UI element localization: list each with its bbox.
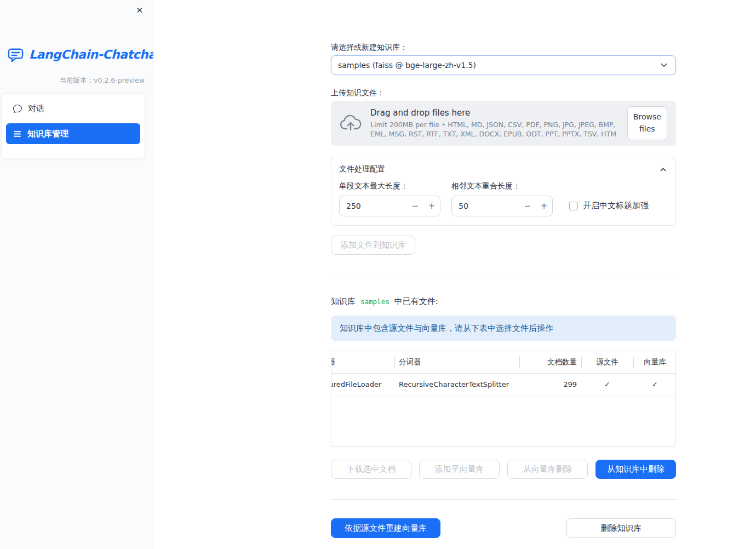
browse-files-button[interactable]: Browse files: [627, 106, 667, 140]
content-column: 请选择或新建知识库： samples (faiss @ bge-large-zh…: [331, 0, 676, 538]
cell-loader: UnstructuredFileLoader: [331, 373, 394, 396]
table-row[interactable]: UnstructuredFileLoader RecursiveCharacte…: [331, 373, 676, 396]
delete-from-kb-button[interactable]: 从知识库中删除: [595, 460, 676, 479]
expander-header[interactable]: 文件处理配置: [339, 163, 668, 176]
info-banner: 知识库中包含源文件与向量库，请从下表中选择文件后操作: [331, 316, 676, 341]
divider: [331, 278, 676, 278]
checkbox-label: 开启中文标题加强: [583, 201, 649, 211]
info-banner-text: 知识库中包含源文件与向量库，请从下表中选择文件后操作: [340, 323, 553, 334]
kb-select[interactable]: samples (faiss @ bge-large-zh-v1.5): [331, 55, 676, 75]
chunk-size-input[interactable]: 250 − +: [339, 196, 440, 216]
rebuild-vector-store-button[interactable]: 依据源文件重建向量库: [331, 518, 440, 538]
checkbox-box[interactable]: [569, 202, 578, 210]
upload-label: 上传知识文件：: [331, 88, 676, 98]
delete-from-vector-store-button[interactable]: 从向量库删除: [507, 460, 588, 479]
existing-suffix: 中已有文件:: [394, 296, 438, 307]
logo-title: LangChain-Chatchat: [29, 48, 162, 61]
sidebar-item-knowledge-base[interactable]: 知识库管理: [6, 123, 140, 144]
col-header-loader[interactable]: 文档加载器: [331, 351, 394, 373]
zh-title-enhance-checkbox[interactable]: 开启中文标题加强: [569, 201, 649, 211]
dropzone-text: Drag and drop files here Limit 200MB per…: [370, 108, 627, 139]
overlap-size-field: 相邻文本重合长度： 50 − +: [451, 181, 553, 216]
sidebar-menu: 对话 知识库管理: [1, 93, 145, 159]
dropzone-title: Drag and drop files here: [370, 108, 627, 118]
col-header-source[interactable]: 源文件: [581, 351, 633, 373]
cell-vector-check: ✓: [633, 373, 676, 396]
main-area: 请选择或新建知识库： samples (faiss @ bge-large-zh…: [153, 0, 756, 549]
overlap-size-increment-button[interactable]: +: [536, 196, 552, 216]
sidebar: ✕ LangChain-Chatchat 当前版本：v0.2.6-preview: [0, 0, 153, 549]
chevron-up-icon: [658, 165, 668, 174]
list-icon: [13, 130, 21, 138]
sidebar-item-label: 对话: [28, 104, 44, 114]
kb-name-code: samples: [359, 297, 391, 306]
existing-prefix: 知识库: [331, 296, 356, 307]
col-header-vector[interactable]: 向量库: [633, 351, 676, 373]
chat-icon: [13, 104, 22, 113]
logo-chat-icon: [7, 46, 24, 63]
cloud-upload-icon: [340, 115, 362, 132]
bottom-actions: 依据源文件重建向量库 删除知识库: [331, 518, 676, 538]
sidebar-item-chat[interactable]: 对话: [6, 98, 140, 119]
version-text: 当前版本：v0.2.6-preview: [0, 76, 145, 85]
chevron-down-icon: [659, 60, 669, 70]
download-selected-button[interactable]: 下载选中文档: [331, 460, 411, 479]
add-to-vector-store-button[interactable]: 添加至向量库: [419, 460, 500, 479]
chunk-size-decrement-button[interactable]: −: [407, 196, 423, 216]
chunk-size-label: 单段文本最大长度：: [339, 181, 440, 191]
delete-kb-button[interactable]: 删除知识库: [566, 518, 676, 538]
cell-doc-count: 299: [519, 373, 581, 396]
config-row: 单段文本最大长度： 250 − + 相邻文本重合长度： 50 − +: [339, 181, 668, 216]
add-files-to-kb-button[interactable]: 添加文件到知识库: [331, 236, 415, 255]
sidebar-item-label: 知识库管理: [27, 129, 68, 139]
dropzone-limits: Limit 200MB per file • HTML, MD, JSON, C…: [370, 121, 627, 139]
app-logo: LangChain-Chatchat: [7, 46, 146, 63]
file-config-expander: 文件处理配置 单段文本最大长度： 250 − +: [331, 157, 676, 226]
sidebar-close-icon[interactable]: ✕: [133, 3, 146, 18]
cell-source-check: ✓: [581, 373, 633, 396]
overlap-size-decrement-button[interactable]: −: [519, 196, 536, 216]
kb-select-value: samples (faiss @ bge-large-zh-v1.5): [338, 61, 659, 70]
files-table[interactable]: 文档加载器 分词器 文档数量 源文件 向量库 UnstructuredFileL…: [331, 351, 676, 447]
col-header-splitter[interactable]: 分词器: [394, 351, 519, 373]
table-header-row: 文档加载器 分词器 文档数量 源文件 向量库: [331, 351, 676, 373]
expander-title: 文件处理配置: [339, 164, 658, 174]
cell-splitter: RecursiveCharacterTextSplitter: [394, 373, 519, 396]
chunk-size-increment-button[interactable]: +: [423, 196, 440, 216]
col-header-doc-count[interactable]: 文档数量: [519, 351, 581, 373]
row-actions: 下载选中文档 添加至向量库 从向量库删除 从知识库中删除: [331, 460, 676, 479]
chunk-size-field: 单段文本最大长度： 250 − +: [339, 181, 440, 216]
chunk-size-value: 250: [340, 202, 407, 210]
app-window: ✕ LangChain-Chatchat 当前版本：v0.2.6-preview: [0, 0, 756, 549]
file-dropzone[interactable]: Drag and drop files here Limit 200MB per…: [331, 101, 676, 146]
kb-select-label: 请选择或新建知识库：: [331, 43, 676, 52]
overlap-size-value: 50: [452, 202, 519, 210]
overlap-size-label: 相邻文本重合长度：: [451, 181, 553, 191]
overlap-size-input[interactable]: 50 − +: [451, 196, 553, 216]
existing-files-heading: 知识库 samples 中已有文件:: [331, 296, 676, 307]
files-table-grid: 文档加载器 分词器 文档数量 源文件 向量库 UnstructuredFileL…: [331, 351, 676, 396]
divider: [331, 499, 676, 500]
